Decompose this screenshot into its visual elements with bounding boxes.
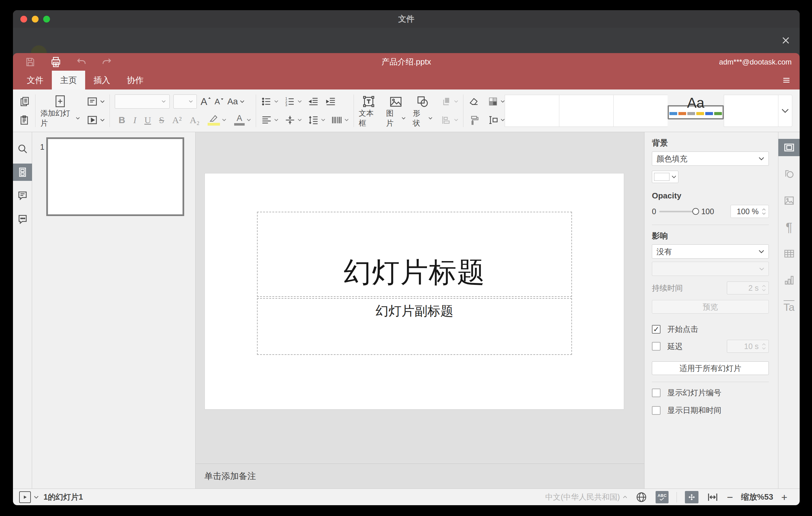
theme-tile[interactable] (559, 95, 613, 127)
slide-thumbnail[interactable] (46, 137, 184, 216)
vertical-align-icon[interactable] (285, 114, 302, 125)
minimize-traffic-button[interactable] (32, 16, 38, 23)
strikeout-button[interactable]: S (159, 115, 165, 125)
bullets-icon[interactable] (261, 96, 278, 107)
zoom-in-button[interactable]: + (781, 492, 787, 503)
opacity-slider[interactable] (659, 211, 696, 212)
divider (110, 94, 110, 127)
bold-button[interactable]: B (118, 115, 125, 125)
effect-variant-select[interactable] (652, 262, 769, 276)
numbering-icon[interactable]: 1 2 3 (285, 96, 302, 107)
image-settings-icon[interactable] (778, 192, 800, 209)
increase-font-icon[interactable]: A (201, 96, 211, 107)
delay-spinner[interactable]: 10 s (727, 340, 769, 353)
insert-image-button[interactable]: 图片 (386, 93, 406, 128)
arrange-shape-icon[interactable] (441, 96, 458, 107)
textart-settings-icon[interactable]: Ta (778, 298, 800, 315)
line-spacing-icon[interactable] (308, 114, 325, 125)
table-settings-icon[interactable] (778, 245, 800, 262)
theme-gallery-expand-icon[interactable] (778, 95, 792, 127)
preview-button[interactable]: 预览 (652, 300, 769, 314)
theme-colors-icon[interactable] (488, 96, 505, 107)
duration-spinner[interactable]: 2 s (727, 282, 769, 294)
add-slide-label: 添加幻灯片 (40, 108, 74, 128)
theme-tile-selected[interactable]: Aa (668, 105, 724, 119)
start-slideshow-icon[interactable] (86, 114, 105, 126)
tab-home[interactable]: 主页 (52, 71, 85, 89)
fill-type-select[interactable]: 颜色填充 (652, 151, 769, 166)
insert-shape-button[interactable]: 形状 (413, 93, 432, 128)
chart-settings-icon[interactable] (778, 271, 800, 289)
chat-icon[interactable] (13, 210, 32, 228)
theme-tile[interactable] (505, 95, 559, 127)
fill-color-picker[interactable] (652, 171, 678, 183)
paragraph-settings-icon[interactable]: ¶ (778, 219, 800, 236)
superscript-button[interactable]: A² (172, 115, 182, 125)
subtitle-placeholder[interactable]: 幻灯片副标题 (257, 298, 572, 355)
show-slide-number-checkbox[interactable] (652, 389, 661, 397)
set-language-globe-icon[interactable] (635, 491, 647, 503)
slide-count-label: 1的幻灯片1 (44, 492, 83, 502)
font-size-combo[interactable] (173, 94, 197, 109)
slideshow-mode-chevron-icon[interactable] (34, 496, 38, 499)
zoom-traffic-button[interactable] (43, 16, 50, 23)
show-date-time-checkbox[interactable] (652, 406, 661, 415)
add-slide-button[interactable]: 添加幻灯片 (40, 93, 80, 128)
zoom-out-button[interactable]: − (727, 492, 733, 503)
tab-file[interactable]: 文件 (19, 71, 52, 89)
tab-insert[interactable]: 插入 (85, 71, 118, 89)
highlight-color-icon[interactable] (208, 114, 226, 125)
slide-canvas[interactable]: 幻灯片标题 幻灯片副标题 (196, 132, 644, 463)
apply-to-all-slides-button[interactable]: 适用于所有幻灯片 (652, 362, 769, 375)
clear-style-icon[interactable] (468, 96, 480, 107)
subscript-button[interactable]: A₂ (190, 115, 200, 125)
start-slideshow-statusbar-icon[interactable] (19, 491, 31, 503)
status-bar: 1的幻灯片1 中文(中华人民共和国) ABC − 缩放%53 + (13, 489, 800, 505)
right-icon-strip: ¶ Ta (778, 132, 800, 489)
insert-textbox-button[interactable]: 文本框 (359, 93, 379, 128)
decrease-indent-icon[interactable] (308, 96, 319, 107)
opacity-spinner[interactable]: 100 % (730, 205, 769, 218)
slide[interactable]: 幻灯片标题 幻灯片副标题 (205, 173, 624, 409)
effect-select[interactable]: 没有 (652, 245, 769, 259)
fit-to-width-icon[interactable] (706, 491, 719, 503)
language-selector[interactable]: 中文(中华人民共和国) (546, 492, 628, 502)
slide-size-icon[interactable] (488, 114, 505, 125)
notes-area[interactable]: 单击添加备注 (196, 463, 644, 489)
comments-icon[interactable] (13, 187, 32, 204)
change-case-icon[interactable]: Aa (227, 97, 244, 106)
fit-to-slide-icon[interactable] (685, 491, 698, 503)
theme-tile[interactable] (724, 95, 778, 127)
theme-tile[interactable] (613, 95, 668, 127)
italic-button[interactable]: I (133, 115, 136, 125)
tab-collaboration[interactable]: 协作 (118, 71, 152, 89)
slide-settings-icon[interactable] (778, 139, 800, 156)
columns-icon[interactable] (331, 114, 349, 125)
horizontal-align-icon[interactable] (261, 114, 278, 125)
opacity-heading: Opacity (652, 191, 769, 201)
change-layout-icon[interactable] (86, 96, 105, 107)
start-on-click-checkbox[interactable]: ✓ (652, 325, 661, 334)
font-name-combo[interactable] (115, 94, 170, 109)
increase-indent-icon[interactable] (325, 96, 336, 107)
hamburger-menu-icon[interactable] (781, 71, 792, 89)
decrease-font-icon[interactable]: A (215, 97, 224, 106)
search-icon[interactable] (13, 140, 32, 157)
title-placeholder[interactable]: 幻灯片标题 (257, 212, 572, 297)
opacity-min-label: 0 (652, 207, 656, 216)
spellcheck-icon[interactable]: ABC (656, 491, 669, 503)
account-email[interactable]: adm***@dootask.com (719, 58, 792, 66)
shape-settings-icon[interactable] (778, 165, 800, 183)
copy-style-icon[interactable] (468, 114, 480, 125)
font-color-icon[interactable]: A (234, 114, 251, 125)
close-traffic-button[interactable] (20, 16, 27, 23)
delay-checkbox[interactable] (652, 342, 661, 351)
opacity-slider-thumb[interactable] (692, 208, 699, 215)
copy-icon[interactable] (19, 96, 30, 107)
align-shape-icon[interactable] (441, 114, 458, 125)
opacity-max-label: 100 (701, 207, 714, 216)
slides-panel-icon[interactable] (13, 164, 32, 181)
paste-icon[interactable] (19, 114, 30, 125)
close-icon[interactable] (780, 34, 792, 46)
underline-button[interactable]: U (144, 115, 151, 125)
